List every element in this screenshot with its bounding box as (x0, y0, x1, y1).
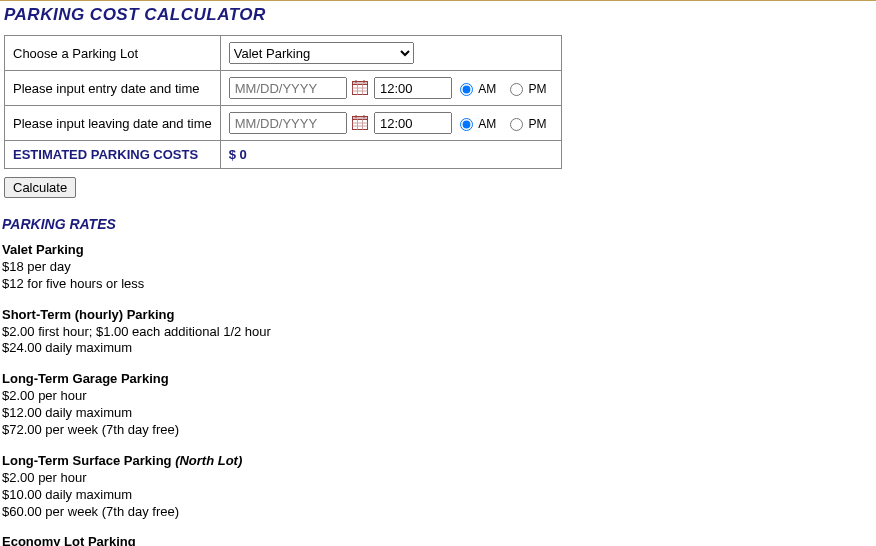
rate-line: $10.00 daily maximum (2, 487, 876, 504)
rate-block: Long-Term Surface Parking (North Lot)$2.… (2, 453, 876, 521)
rate-line: $2.00 per hour (2, 470, 876, 487)
rates-title: PARKING RATES (2, 216, 876, 232)
rate-line: $24.00 daily maximum (2, 340, 876, 357)
leaving-pm-radio[interactable] (510, 118, 523, 131)
page-title: PARKING COST CALCULATOR (4, 5, 876, 25)
result-value: $ 0 (220, 141, 561, 169)
choose-lot-label: Choose a Parking Lot (5, 36, 221, 71)
rate-heading: Short-Term (hourly) Parking (2, 307, 876, 324)
rate-line: $12.00 daily maximum (2, 405, 876, 422)
rate-line: $72.00 per week (7th day free) (2, 422, 876, 439)
rate-heading: Long-Term Surface Parking (North Lot) (2, 453, 876, 470)
rate-block: Short-Term (hourly) Parking$2.00 first h… (2, 307, 876, 358)
rate-heading: Economy Lot Parking (2, 534, 876, 546)
rate-line: $18 per day (2, 259, 876, 276)
leaving-time-input[interactable] (374, 112, 452, 134)
rate-line: $2.00 first hour; $1.00 each additional … (2, 324, 876, 341)
entry-label: Please input entry date and time (5, 71, 221, 106)
calendar-icon[interactable] (352, 80, 368, 98)
rate-heading: Valet Parking (2, 242, 876, 259)
entry-date-input[interactable] (229, 77, 347, 99)
svg-rect-9 (353, 117, 368, 120)
parking-lot-select[interactable]: Valet Parking (229, 42, 414, 64)
entry-time-input[interactable] (374, 77, 452, 99)
entry-pm-radio[interactable] (510, 83, 523, 96)
leaving-am-radio[interactable] (460, 118, 473, 131)
leaving-am-label: AM (478, 117, 496, 131)
rates-section: Valet Parking$18 per day$12 for five hou… (2, 242, 876, 546)
svg-rect-1 (353, 82, 368, 85)
rate-line: $12 for five hours or less (2, 276, 876, 293)
calculator-table: Choose a Parking Lot Valet Parking Pleas… (4, 35, 562, 169)
rate-heading: Long-Term Garage Parking (2, 371, 876, 388)
rate-block: Valet Parking$18 per day$12 for five hou… (2, 242, 876, 293)
calculate-button[interactable]: Calculate (4, 177, 76, 198)
entry-pm-label: PM (529, 82, 547, 96)
result-label: ESTIMATED PARKING COSTS (5, 141, 221, 169)
entry-am-radio[interactable] (460, 83, 473, 96)
leaving-label: Please input leaving date and time (5, 106, 221, 141)
rate-line: $2.00 per hour (2, 388, 876, 405)
leaving-pm-label: PM (529, 117, 547, 131)
rate-block: Economy Lot Parking$2.00 per hour$9.00 d… (2, 534, 876, 546)
entry-am-label: AM (478, 82, 496, 96)
rate-block: Long-Term Garage Parking$2.00 per hour$1… (2, 371, 876, 439)
calendar-icon[interactable] (352, 115, 368, 133)
leaving-date-input[interactable] (229, 112, 347, 134)
rate-line: $60.00 per week (7th day free) (2, 504, 876, 521)
